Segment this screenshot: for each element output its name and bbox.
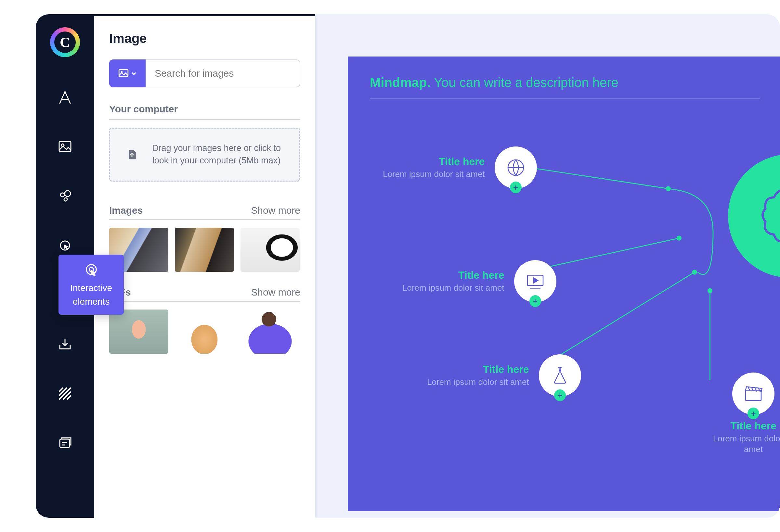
node-title: Title here	[427, 363, 529, 375]
flask-icon	[549, 365, 570, 386]
mindmap-node[interactable]: Title here Lorem ipsum dolor sit amet +	[402, 260, 556, 302]
svg-point-26	[677, 236, 682, 241]
svg-rect-35	[745, 390, 761, 401]
text-tool[interactable]	[56, 88, 74, 107]
node-title: Title here	[402, 269, 504, 281]
pages-icon	[57, 435, 73, 451]
svg-point-3	[65, 191, 70, 197]
cursor-target-icon	[83, 262, 100, 279]
slide[interactable]: Mindmap. You can write a description her…	[348, 56, 780, 511]
mindmap-node[interactable]: Title here Lorem ipsum dolor sit amet +	[383, 147, 537, 189]
image-tool[interactable]	[56, 138, 74, 156]
node-bubble[interactable]: +	[514, 260, 556, 302]
cursor-icon	[57, 238, 73, 253]
chevron-down-icon	[131, 70, 137, 76]
add-child-button[interactable]: +	[529, 295, 541, 307]
search-filter-dropdown[interactable]	[109, 59, 146, 87]
svg-line-27	[549, 272, 694, 362]
pages-tool[interactable]	[56, 434, 74, 452]
svg-point-30	[708, 288, 713, 293]
gif-thumb[interactable]	[175, 310, 234, 354]
app-logo[interactable]: C	[50, 27, 80, 57]
node-bubble[interactable]: +	[732, 373, 775, 415]
svg-point-34	[559, 369, 560, 371]
search-row	[109, 59, 300, 87]
node-bubble[interactable]: +	[539, 354, 581, 396]
mindmap: Title here Lorem ipsum dolor sit amet + …	[370, 99, 780, 456]
slide-heading-bold: Mindmap.	[370, 75, 431, 90]
node-subtitle: Lorem ipsum dolor sit amet	[383, 169, 485, 179]
slide-title[interactable]: Mindmap. You can write a description her…	[370, 75, 780, 90]
svg-point-24	[666, 186, 671, 191]
mindmap-center[interactable]	[728, 154, 780, 278]
canvas[interactable]: Mindmap. You can write a description her…	[315, 14, 780, 518]
slide-heading-rest: You can write a description here	[431, 75, 619, 90]
svg-point-4	[64, 198, 67, 201]
node-subtitle: Lorem ipsum dolor sit amet	[704, 433, 780, 455]
gif-thumb[interactable]	[109, 310, 168, 354]
image-panel: Image Your computer Drag your images her…	[94, 14, 315, 518]
inbox-icon	[57, 336, 73, 352]
globe-icon	[505, 157, 526, 178]
image-thumb[interactable]	[241, 228, 300, 272]
divider	[109, 219, 300, 220]
node-subtitle: Lorem ipsum dolor sit amet	[402, 282, 504, 293]
image-icon	[57, 139, 73, 155]
bubbles-icon	[57, 189, 73, 204]
section-images: Images	[109, 205, 143, 216]
tooltip-line2: elements	[73, 296, 110, 307]
node-bubble[interactable]: +	[495, 147, 537, 189]
clapper-icon	[743, 383, 764, 404]
image-thumb[interactable]	[175, 228, 234, 272]
svg-rect-16	[60, 439, 69, 447]
svg-line-11	[59, 388, 63, 392]
interactive-elements-tooltip[interactable]: Interactive elements	[58, 255, 124, 315]
node-subtitle: Lorem ipsum dolor sit amet	[427, 377, 529, 387]
video-icon	[525, 271, 546, 291]
logo-letter: C	[54, 32, 76, 53]
hatch-icon	[57, 386, 73, 402]
tooltip-line1: Interactive	[70, 282, 112, 294]
brain-icon	[754, 180, 780, 252]
node-title: Title here	[383, 156, 485, 168]
section-your-computer: Your computer	[109, 104, 300, 115]
add-child-button[interactable]: +	[554, 389, 566, 401]
svg-point-2	[60, 193, 64, 197]
images-show-more[interactable]: Show more	[251, 205, 300, 216]
svg-line-14	[63, 392, 71, 400]
node-title: Title here	[704, 420, 780, 432]
images-row	[109, 228, 300, 272]
gifs-show-more[interactable]: Show more	[251, 287, 300, 298]
svg-line-12	[59, 388, 67, 395]
mindmap-node[interactable]: Title here Lorem ipsum dolor sit amet +	[427, 354, 581, 396]
text-icon	[57, 90, 73, 105]
gif-thumb[interactable]	[241, 310, 300, 354]
background-tool[interactable]	[56, 384, 74, 403]
gifs-row	[109, 310, 300, 354]
svg-point-28	[692, 270, 697, 274]
insert-tool[interactable]	[56, 335, 74, 353]
interactive-tool[interactable]	[56, 236, 74, 255]
add-child-button[interactable]: +	[510, 181, 522, 193]
svg-rect-0	[59, 142, 71, 151]
svg-line-15	[67, 395, 71, 400]
divider	[109, 119, 300, 120]
upload-icon	[126, 148, 138, 161]
divider	[109, 301, 300, 302]
panel-title: Image	[109, 31, 300, 46]
image-icon	[118, 68, 129, 79]
mindmap-node[interactable]: + Title here Lorem ipsum dolor sit amet	[704, 373, 780, 455]
dropzone-text: Drag your images here or click to look i…	[149, 142, 284, 167]
upload-dropzone[interactable]: Drag your images here or click to look i…	[109, 128, 300, 181]
resources-tool[interactable]	[56, 187, 74, 205]
svg-rect-21	[119, 69, 128, 76]
add-child-button[interactable]: +	[747, 408, 759, 419]
app-window: C	[36, 14, 780, 518]
search-input[interactable]	[146, 59, 300, 87]
